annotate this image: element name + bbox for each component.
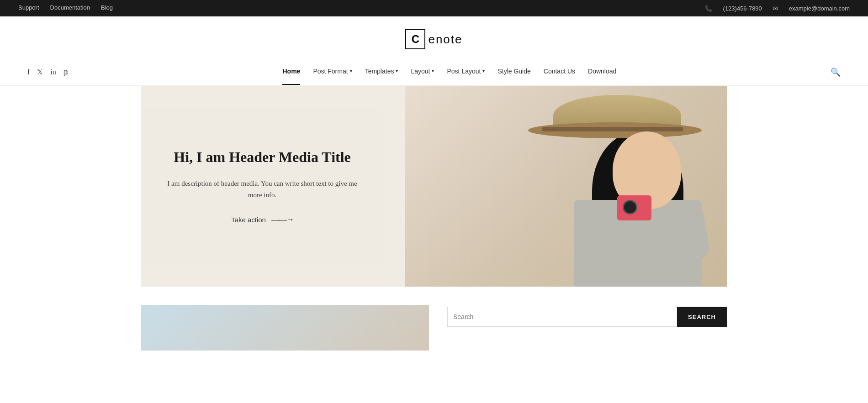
post-format-chevron: ▾: [350, 68, 352, 73]
camera-lens: [623, 200, 637, 215]
pinterest-icon[interactable]: 𝕡: [64, 68, 69, 76]
nav-post-format[interactable]: Post Format ▾: [313, 68, 352, 77]
search-button[interactable]: SEARCH: [677, 307, 727, 327]
hero-cta-arrow: ——→: [271, 215, 293, 225]
post-layout-chevron: ▾: [482, 68, 485, 73]
top-bar-links: Support Documentation Blog: [18, 4, 113, 13]
search-bar: SEARCH: [447, 307, 727, 327]
nav-home[interactable]: Home: [282, 68, 300, 77]
nav-layout[interactable]: Layout ▾: [411, 68, 434, 77]
hero-title: Hi, I am Header Media Title: [174, 148, 351, 167]
templates-chevron: ▾: [396, 68, 398, 73]
nav-templates[interactable]: Templates ▾: [365, 68, 398, 77]
top-bar: Support Documentation Blog 📞 (123)456-78…: [0, 0, 868, 16]
search-input[interactable]: [447, 307, 677, 327]
topbar-blog-link[interactable]: Blog: [101, 4, 113, 13]
nav-area: f 𝕏 in 𝕡 Home Post Format ▾ Templates ▾ …: [0, 58, 868, 86]
phone-icon: 📞: [705, 5, 712, 12]
topbar-documentation-link[interactable]: Documentation: [50, 4, 90, 13]
bottom-section: SEARCH: [0, 305, 868, 351]
hero-cta-label: Take action: [231, 216, 266, 224]
phone-number: (123)456-7890: [723, 5, 762, 12]
logo-name: enote: [426, 32, 462, 47]
nav-style-guide[interactable]: Style Guide: [498, 68, 530, 77]
search-area: SEARCH: [447, 305, 727, 327]
logo-c-letter: C: [405, 29, 425, 49]
facebook-icon[interactable]: f: [27, 68, 30, 76]
nav-contact-us[interactable]: Contact Us: [544, 68, 575, 77]
search-icon-button[interactable]: 🔍: [831, 67, 841, 77]
hero-section: Hi, I am Header Media Title I am descrip…: [141, 86, 727, 287]
hero-cta-button[interactable]: Take action ——→: [231, 215, 293, 225]
social-icons: f 𝕏 in 𝕡: [27, 68, 69, 76]
email-icon: ✉: [773, 5, 778, 12]
hat-band: [542, 127, 683, 131]
hero-person-image: [405, 86, 727, 287]
main-nav: Home Post Format ▾ Templates ▾ Layout ▾ …: [282, 68, 616, 77]
nav-post-layout[interactable]: Post Layout ▾: [447, 68, 485, 77]
layout-chevron: ▾: [432, 68, 434, 73]
hero-description: I am description of header media. You ca…: [164, 178, 360, 201]
logo-area: C enote: [0, 16, 868, 58]
twitter-icon[interactable]: 𝕏: [37, 68, 43, 76]
hero-content-box: Hi, I am Header Media Title I am descrip…: [141, 109, 383, 264]
camera-body: [617, 195, 651, 220]
email-address: example@domain.com: [789, 5, 850, 12]
logo[interactable]: C enote: [405, 29, 462, 49]
nav-download[interactable]: Download: [588, 68, 616, 77]
bottom-image-placeholder: [141, 305, 429, 351]
linkedin-icon[interactable]: in: [50, 68, 56, 76]
topbar-support-link[interactable]: Support: [18, 4, 39, 13]
top-bar-contact: 📞 (123)456-7890 ✉ example@domain.com: [705, 5, 850, 12]
